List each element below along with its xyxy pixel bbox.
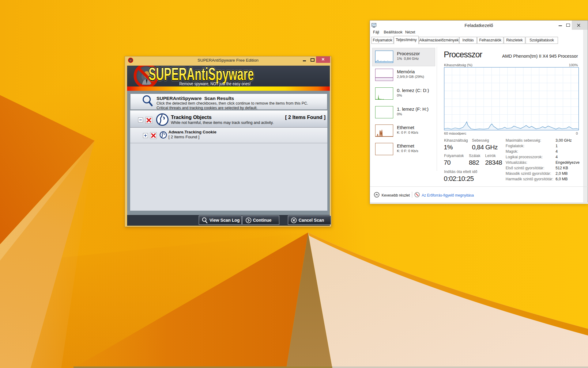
svg-text:Remove spyware, NOT just the e: Remove spyware, NOT just the easy ones! (179, 81, 251, 86)
